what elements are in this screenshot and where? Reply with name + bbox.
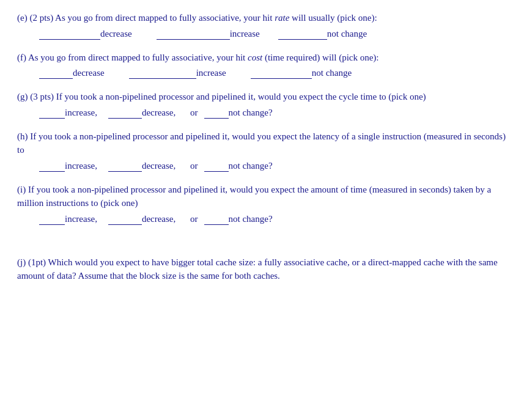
answer-g-nochange: not change? [204, 108, 274, 119]
or-h: or [188, 161, 198, 171]
question-i-text: (i) If you took a non-pipelined processo… [17, 183, 515, 210]
blank-h-nochange[interactable] [204, 161, 229, 172]
blank-f-increase[interactable] [129, 68, 196, 79]
answer-h-decrease: decrease, [108, 161, 177, 172]
blank-i-nochange[interactable] [204, 214, 229, 225]
blank-g-nochange[interactable] [204, 108, 229, 119]
section-e: (e) (2 pts) As you go from direct mapped… [17, 11, 515, 40]
answer-row-g: increase, decrease, or not change? [17, 108, 515, 119]
blank-h-decrease[interactable] [108, 161, 142, 172]
answer-e-decrease: decrease [39, 29, 133, 40]
answer-row-e: decrease increase not change [17, 29, 515, 40]
blank-i-decrease[interactable] [108, 214, 142, 225]
blank-e-decrease[interactable] [39, 29, 100, 40]
answer-i-increase: increase, [39, 214, 98, 225]
blank-g-decrease[interactable] [108, 108, 142, 119]
answer-f-nochange: not change [251, 68, 353, 79]
answer-f-decrease: decrease [39, 68, 106, 79]
answer-h-nochange: not change? [204, 161, 274, 172]
answer-g-decrease: decrease, [108, 108, 177, 119]
section-h: (h) If you took a non-pipelined processo… [17, 130, 515, 172]
answer-row-f: decrease increase not change [17, 68, 515, 79]
answer-e-increase: increase [157, 29, 261, 40]
answer-g-increase: increase, [39, 108, 98, 119]
section-i: (i) If you took a non-pipelined processo… [17, 183, 515, 225]
question-f-text: (f) As you go from direct mapped to full… [17, 51, 515, 65]
answer-i-decrease: decrease, [108, 214, 177, 225]
answer-i-nochange: not change? [204, 214, 274, 225]
answer-h-increase: increase, [39, 161, 98, 172]
question-e-text: (e) (2 pts) As you go from direct mapped… [17, 11, 515, 25]
or-i: or [188, 214, 198, 224]
answer-row-h: increase, decrease, or not change? [17, 161, 515, 172]
italic-cost: cost [248, 53, 262, 62]
answer-row-i: increase, decrease, or not change? [17, 214, 515, 225]
blank-e-nochange[interactable] [278, 29, 327, 40]
blank-f-nochange[interactable] [251, 68, 312, 79]
blank-f-decrease[interactable] [39, 68, 73, 79]
question-g-text: (g) (3 pts) If you took a non-pipelined … [17, 90, 515, 104]
section-f: (f) As you go from direct mapped to full… [17, 51, 515, 79]
spacer [17, 236, 515, 256]
blank-e-increase[interactable] [157, 29, 230, 40]
or-g: or [188, 108, 198, 118]
answer-f-increase: increase [129, 68, 227, 79]
question-j-text: (j) (1pt) Which would you expect to have… [17, 256, 515, 283]
question-h-text: (h) If you took a non-pipelined processo… [17, 130, 515, 157]
blank-i-increase[interactable] [39, 214, 65, 225]
answer-e-nochange: not change [278, 29, 368, 40]
section-g: (g) (3 pts) If you took a non-pipelined … [17, 90, 515, 119]
italic-rate: rate [275, 13, 289, 23]
blank-g-increase[interactable] [39, 108, 65, 119]
blank-h-increase[interactable] [39, 161, 65, 172]
section-j: (j) (1pt) Which would you expect to have… [17, 256, 515, 283]
